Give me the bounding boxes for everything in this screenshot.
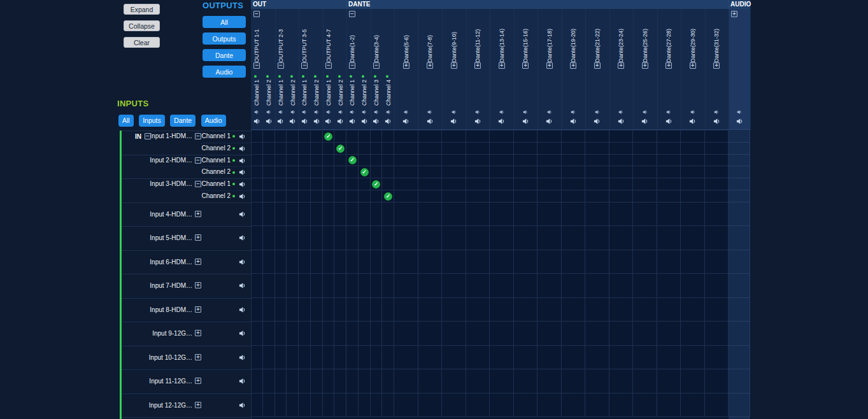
matrix-cell[interactable] bbox=[251, 322, 263, 346]
matrix-cell[interactable] bbox=[633, 394, 657, 418]
matrix-cell[interactable] bbox=[705, 143, 729, 155]
matrix-cell[interactable] bbox=[585, 274, 609, 298]
matrix-cell[interactable] bbox=[311, 155, 323, 167]
matrix-cell[interactable] bbox=[562, 394, 586, 418]
matrix-cell[interactable] bbox=[371, 226, 383, 250]
outputs-filter-all[interactable]: All bbox=[203, 16, 246, 28]
matrix-cell[interactable] bbox=[275, 394, 287, 418]
speaker-icon[interactable] bbox=[713, 118, 720, 125]
column-group-expand-toggle[interactable]: + bbox=[451, 62, 457, 69]
matrix-cell[interactable] bbox=[299, 274, 311, 298]
matrix-cell[interactable] bbox=[705, 274, 729, 298]
matrix-cell[interactable] bbox=[275, 178, 287, 190]
matrix-cell[interactable] bbox=[263, 226, 275, 250]
matrix-cell[interactable] bbox=[394, 298, 418, 322]
matrix-cell[interactable] bbox=[382, 131, 394, 143]
matrix-cell[interactable] bbox=[514, 369, 538, 394]
matrix-cell[interactable] bbox=[311, 143, 323, 155]
mute-icon[interactable] bbox=[737, 110, 742, 115]
matrix-cell[interactable] bbox=[537, 155, 562, 167]
matrix-cell[interactable] bbox=[490, 322, 514, 346]
matrix-cell[interactable] bbox=[311, 369, 323, 394]
matrix-cell[interactable] bbox=[729, 346, 750, 370]
matrix-cell[interactable] bbox=[263, 298, 275, 322]
section-collapse-toggle[interactable]: − bbox=[253, 11, 260, 17]
mute-icon[interactable] bbox=[266, 110, 271, 115]
mute-icon[interactable] bbox=[475, 110, 480, 115]
expand-button[interactable]: Expand bbox=[124, 4, 160, 15]
matrix-cell[interactable] bbox=[537, 394, 562, 418]
matrix-cell[interactable] bbox=[299, 202, 311, 227]
speaker-icon[interactable] bbox=[313, 118, 320, 125]
matrix-cell[interactable] bbox=[585, 143, 609, 155]
matrix-cell[interactable] bbox=[359, 131, 371, 143]
matrix-cell[interactable] bbox=[263, 250, 275, 274]
matrix-cell[interactable] bbox=[275, 155, 287, 167]
matrix-cell[interactable] bbox=[609, 394, 634, 418]
speaker-icon[interactable] bbox=[349, 118, 356, 125]
input-expand-toggle[interactable]: + bbox=[195, 378, 201, 384]
matrix-cell[interactable] bbox=[633, 131, 657, 143]
matrix-cell[interactable] bbox=[466, 298, 490, 322]
matrix-cell[interactable] bbox=[609, 322, 634, 346]
matrix-cell[interactable] bbox=[394, 155, 418, 167]
matrix-cell[interactable] bbox=[323, 274, 335, 298]
matrix-cell[interactable] bbox=[442, 143, 466, 155]
matrix-cell[interactable] bbox=[382, 369, 394, 394]
matrix-cell[interactable] bbox=[382, 346, 394, 370]
matrix-cell[interactable] bbox=[323, 166, 335, 178]
matrix-cell[interactable] bbox=[633, 274, 657, 298]
matrix-cell[interactable] bbox=[442, 250, 466, 274]
matrix-cell[interactable] bbox=[514, 226, 538, 250]
matrix-cell[interactable] bbox=[334, 298, 346, 322]
matrix-cell[interactable] bbox=[705, 369, 729, 394]
matrix-cell[interactable] bbox=[418, 346, 443, 370]
matrix-cell[interactable] bbox=[633, 202, 657, 227]
matrix-cell[interactable] bbox=[466, 190, 490, 202]
input-expand-toggle[interactable]: + bbox=[195, 211, 201, 217]
matrix-cell[interactable] bbox=[382, 226, 394, 250]
matrix-cell[interactable] bbox=[657, 274, 681, 298]
matrix-cell[interactable] bbox=[418, 190, 443, 202]
matrix-cell[interactable] bbox=[287, 369, 299, 394]
matrix-cell[interactable] bbox=[311, 202, 323, 227]
matrix-cell[interactable] bbox=[609, 202, 634, 227]
matrix-cell[interactable] bbox=[609, 369, 634, 394]
matrix-cell[interactable] bbox=[729, 369, 750, 394]
matrix-cell[interactable] bbox=[514, 155, 538, 167]
matrix-cell[interactable] bbox=[562, 143, 586, 155]
speaker-icon[interactable] bbox=[498, 118, 505, 125]
matrix-cell[interactable] bbox=[609, 131, 634, 143]
speaker-icon[interactable] bbox=[253, 118, 260, 125]
input-speaker-icon[interactable] bbox=[239, 306, 246, 313]
input-speaker-icon[interactable] bbox=[239, 378, 246, 385]
matrix-cell[interactable] bbox=[562, 166, 586, 178]
matrix-cell[interactable] bbox=[729, 298, 750, 322]
matrix-cell[interactable] bbox=[681, 394, 705, 418]
matrix-cell[interactable] bbox=[537, 166, 562, 178]
mute-icon[interactable] bbox=[595, 110, 600, 115]
matrix-cell[interactable] bbox=[514, 131, 538, 143]
matrix-cell[interactable] bbox=[323, 394, 335, 418]
column-group-collapse-toggle[interactable]: − bbox=[278, 62, 284, 69]
matrix-cell[interactable] bbox=[729, 226, 750, 250]
matrix-cell[interactable] bbox=[334, 190, 346, 202]
mute-icon[interactable] bbox=[714, 110, 719, 115]
column-group-expand-toggle[interactable]: + bbox=[642, 62, 648, 69]
matrix-cell[interactable] bbox=[251, 202, 263, 227]
matrix-cell[interactable] bbox=[263, 190, 275, 202]
column-group-expand-toggle[interactable]: + bbox=[427, 62, 433, 69]
matrix-cell[interactable] bbox=[323, 298, 335, 322]
speaker-icon[interactable] bbox=[594, 118, 601, 125]
matrix-cell[interactable] bbox=[287, 155, 299, 167]
matrix-cell[interactable] bbox=[490, 226, 514, 250]
matrix-cell[interactable] bbox=[334, 131, 346, 143]
speaker-icon[interactable] bbox=[337, 118, 344, 125]
column-group-expand-toggle[interactable]: + bbox=[403, 62, 409, 69]
mute-icon[interactable] bbox=[254, 110, 259, 115]
matrix-cell[interactable] bbox=[442, 202, 466, 227]
matrix-cell[interactable] bbox=[609, 274, 634, 298]
matrix-cell[interactable] bbox=[323, 155, 335, 167]
matrix-cell[interactable] bbox=[299, 143, 311, 155]
matrix-cell[interactable] bbox=[346, 202, 359, 227]
